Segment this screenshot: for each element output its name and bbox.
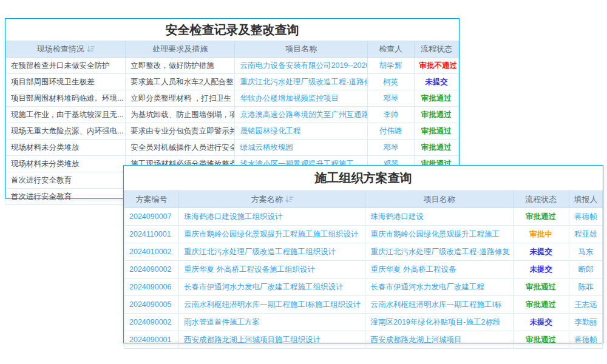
cell-measure: 立即整改，做好防护措施 [126,58,235,74]
table-row: 2024090006长春市伊通河水力发电厂改建工程施工组织设计长春市伊通河水力发… [124,278,603,296]
column-header-plan-no: 方案编号 [124,191,179,208]
cell-inspector[interactable]: 胡学辉 [367,58,414,74]
cell-plan-name[interactable]: 重庆江北污水处理厂级改造工程施工组织设计 [179,243,365,261]
cell-inspection: 现施工作业，由于基坑较深且无... [6,107,126,123]
cell-plan-name[interactable]: 西安成都路龙湖上河城项目施工组织设计 [179,331,365,349]
cell-plan-no[interactable]: 2024010002 [124,243,179,261]
cell-plan-no[interactable]: 2024090002 [124,261,179,278]
cell-project-link[interactable]: 晟铭园林绿化工程 [235,123,367,140]
column-header-project: 项目名称 [365,191,513,208]
column-header-plan-name[interactable]: 方案名称 [179,191,365,208]
table-row: 项目部周围材料堆码临难。环境...立即分类整理材料 ，打扫卫生华软办公楼增加视频… [6,90,459,107]
cell-measure: 立即分类整理材料 ，打扫卫生 [126,90,235,107]
table-row: 2024090002雨水管道首件施工方案潼南区2019年绿化补贴项目-施工2标段… [124,314,603,331]
plan-header-row: 方案编号 方案名称 项目名称 流程状态 填报人 [124,191,603,208]
cell-reporter[interactable]: 程亚雄 [569,226,602,243]
cell-plan-name[interactable]: 雨水管道首件施工方案 [179,314,365,331]
cell-measure: 要求由专业分包负责立即警示并... [126,123,235,140]
cell-reporter[interactable]: 李勤丽 [569,314,602,331]
cell-project-link[interactable]: 云南电力设备安装有限公司2019--2020年度 [235,58,367,74]
cell-project-link[interactable]: 潼南区2019年绿化补贴项目-施工2标段 [365,314,513,331]
cell-status: 未提交 [414,74,458,90]
column-header-project: 项目名称 [235,41,367,58]
cell-plan-no[interactable]: 2024090005 [124,296,179,314]
sort-descending-icon[interactable] [87,46,95,52]
cell-status: 审批通过 [513,278,569,296]
plan-panel-title: 施工组织方案查询 [124,166,603,190]
table-row: 在预留检查井口未做安全防护立即整改，做好防护措施云南电力设备安装有限公司2019… [6,58,459,74]
cell-measure: 安全员对机械操作人员进行安全... [126,140,235,156]
cell-status: 审批不通过 [414,58,458,74]
cell-inspection: 首次进行安全教育 [6,172,126,189]
cell-plan-no[interactable]: 2024090001 [124,331,179,349]
cell-measure: 为基坑卸载、防止围墙倒塌，项... [126,107,235,123]
table-row: 项目部周围环境卫生极差要求施工人员和水车2人配合整...重庆江北污水处理厂级改造… [6,74,459,90]
cell-project-link[interactable]: 重庆市鹅岭公园绿化景观提升工程施工 [365,226,513,243]
cell-status: 审批通过 [414,90,458,107]
cell-plan-name[interactable]: 珠海鹤港口建设施工组织设计 [179,208,365,226]
cell-reporter[interactable]: 马东 [569,243,602,261]
column-header-inspection[interactable]: 现场检查情况 [6,41,126,58]
cell-plan-name[interactable]: 重庆市鹅岭公园绿化景观提升工程施工施工组织设计 [179,226,365,243]
table-row: 2024090007珠海鹤港口建设施工组织设计珠海鹤港口建设审批通过蒋德帧 [124,208,603,226]
column-header-label: 方案名称 [251,195,283,204]
cell-inspector[interactable]: 柯英 [367,74,414,90]
cell-reporter[interactable]: 陈菲 [569,278,602,296]
cell-status: 审批中 [513,226,569,243]
cell-project-link[interactable]: 重庆华夏 外高桥工程设备 [365,261,513,278]
construction-plan-panel: 施工组织方案查询 方案编号 方案名称 项目名称 流程状态 填报人 2024090… [123,165,603,343]
cell-project-link[interactable]: 重庆江北污水处理厂级改造工程-道路修复 [365,243,513,261]
cell-project-link[interactable]: 绿城云栖玫瑰园 [235,140,367,156]
cell-status: 未提交 [513,314,569,331]
column-header-status: 流程状态 [513,191,569,208]
cell-project-link[interactable]: 珠海鹤港口建设 [365,208,513,226]
cell-inspection: 首次进行安全教育 [6,189,126,205]
column-header-inspector: 检查人 [367,41,414,58]
cell-status: 审批通过 [513,331,569,349]
cell-inspector[interactable]: 邓琴 [367,90,414,107]
cell-inspector[interactable]: 邓琴 [367,140,414,156]
cell-inspection: 项目部周围环境卫生极差 [6,74,126,90]
cell-inspector[interactable]: 付伟璐 [367,123,414,140]
cell-inspector[interactable]: 李帅 [367,107,414,123]
cell-inspection: 现场材料未分类堆放 [6,140,126,156]
cell-plan-name[interactable]: 长春市伊通河水力发电厂改建工程施工组织设计 [179,278,365,296]
safety-header-row: 现场检查情况 处理要求及措施 项目名称 检查人 流程状态 [6,41,459,58]
column-header-measure: 处理要求及措施 [126,41,235,58]
cell-inspection: 现场材料未分类堆放 [6,156,126,172]
cell-plan-no[interactable]: 2024110001 [124,226,179,243]
cell-plan-name[interactable]: 云南水利枢纽潜明水库一期工程施工I标施工组织设计 [179,296,365,314]
cell-plan-no[interactable]: 2024090002 [124,314,179,331]
cell-status: 审批通过 [414,107,458,123]
table-row: 2024010002重庆江北污水处理厂级改造工程施工组织设计重庆江北污水处理厂级… [124,243,603,261]
cell-plan-no[interactable]: 2024090007 [124,208,179,226]
cell-plan-no[interactable]: 2024090006 [124,278,179,296]
cell-project-link[interactable]: 长春市伊通河水力发电厂改建工程 [365,278,513,296]
cell-measure: 要求施工人员和水车2人配合整... [126,74,235,90]
column-header-status: 流程状态 [414,41,458,58]
table-row: 2024090002重庆华夏 外高桥工程设备施工组织设计重庆华夏 外高桥工程设备… [124,261,603,278]
sort-descending-icon[interactable] [285,196,293,203]
table-row: 现施工作业，由于基坑较深且无...为基坑卸载、防止围墙倒塌，项...京港澳高速公… [6,107,459,123]
cell-status: 审批通过 [513,208,569,226]
cell-project-link[interactable]: 云南水利枢纽潜明水库一期工程施工I标 [365,296,513,314]
table-row: 2024090001西安成都路龙湖上河城项目施工组织设计西安成都路龙湖上河城项目… [124,331,603,349]
column-header-label: 现场检查情况 [37,44,84,53]
cell-status: 审批通过 [414,123,458,140]
cell-project-link[interactable]: 华软办公楼增加视频监控项目 [235,90,367,107]
cell-plan-name[interactable]: 重庆华夏 外高桥工程设备施工组织设计 [179,261,365,278]
table-row: 2024090005云南水利枢纽潜明水库一期工程施工I标施工组织设计云南水利枢纽… [124,296,603,314]
table-row: 现场材料未分类堆放安全员对机械操作人员进行安全...绿城云栖玫瑰园邓琴审批通过 [6,140,459,156]
plan-table-body: 2024090007珠海鹤港口建设施工组织设计珠海鹤港口建设审批通过蒋德帧202… [124,208,603,349]
cell-status: 未提交 [513,243,569,261]
plan-table: 方案编号 方案名称 项目名称 流程状态 填报人 2024090007珠海鹤港口建… [124,190,603,349]
safety-panel-title: 安全检查记录及整改查询 [5,19,459,41]
cell-reporter[interactable]: 断郎 [569,261,602,278]
cell-reporter[interactable]: 蒋德帧 [569,331,602,349]
cell-reporter[interactable]: 王志远 [569,296,602,314]
cell-project-link[interactable]: 重庆江北污水处理厂级改造工程-道路修复 [235,74,367,90]
cell-project-link[interactable]: 京港澳高速公路粤境韶关至广州互通路面改造 [235,107,367,123]
cell-reporter[interactable]: 蒋德帧 [569,208,602,226]
cell-inspection: 现场无重大危险点源、内环强电... [6,123,126,140]
cell-project-link[interactable]: 西安成都路龙湖上河城项目 [365,331,513,349]
